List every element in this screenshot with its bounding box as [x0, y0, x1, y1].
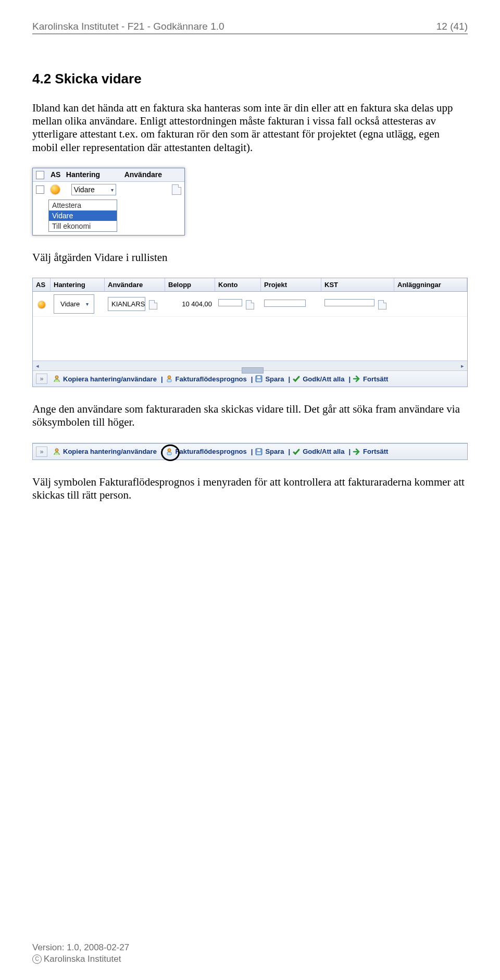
col-hantering: Hantering: [66, 170, 122, 179]
prognos-button[interactable]: Fakturaflödesprognos: [165, 375, 247, 383]
chevron-down-icon: ▾: [83, 299, 92, 309]
scroll-thumb[interactable]: [242, 367, 264, 374]
svg-rect-2: [167, 379, 171, 382]
col-anvandare: Användare: [124, 170, 177, 179]
select-all-checkbox[interactable]: [36, 171, 44, 179]
col-anvandare: Användare: [105, 278, 165, 291]
approve-all-icon: [292, 375, 301, 383]
expand-button[interactable]: »: [36, 446, 47, 457]
kopiera-button[interactable]: Kopiera hantering/användare: [53, 375, 157, 383]
action-widget: AS Hantering Användare Vidare ▾ Attester…: [32, 168, 185, 235]
page-header: Karolinska Institutet - F21 - Godkännare…: [32, 21, 468, 32]
kopiera-label: Kopiera hantering/användare: [63, 448, 157, 455]
scroll-right-icon[interactable]: ▸: [458, 363, 467, 369]
kopiera-label: Kopiera hantering/användare: [63, 375, 157, 383]
paragraph-1: Ibland kan det hända att en faktura ska …: [32, 102, 468, 154]
svg-rect-4: [257, 376, 260, 378]
godk-label: Godk/Att alla: [303, 375, 344, 383]
circle-annotation: [165, 448, 176, 456]
save-icon: [255, 375, 263, 383]
svg-rect-11: [257, 452, 261, 454]
row-hantering-select[interactable]: Vidare ▾: [54, 294, 94, 314]
document-icon[interactable]: [172, 184, 181, 195]
page-footer: Version: 1.0, 2008-02-27 C Karolinska In…: [32, 942, 129, 964]
paragraph-2: Välj åtgärden Vidare i rullisten: [32, 251, 468, 264]
option-vidare[interactable]: Vidare: [49, 210, 117, 221]
grid-body: Vidare ▾ KIANLARS 10 404,00: [33, 292, 467, 361]
grid-header: AS Hantering Användare Belopp Konto Proj…: [33, 278, 467, 292]
grid-scrollbar[interactable]: ◂ ▸: [33, 361, 467, 370]
flow-forecast-icon: [165, 448, 173, 456]
godk-label: Godk/Att alla: [303, 448, 344, 455]
prognos-button[interactable]: Fakturaflödesprognos: [165, 448, 247, 456]
header-rule: [32, 33, 468, 34]
svg-point-7: [168, 449, 171, 452]
scroll-left-icon[interactable]: ◂: [33, 363, 42, 369]
flow-forecast-icon: [165, 375, 173, 383]
spara-label: Spara: [265, 448, 284, 455]
row-belopp: 10 404,00: [165, 297, 215, 311]
section-heading: 4.2 Skicka vidare: [32, 71, 468, 87]
svg-rect-8: [167, 452, 171, 455]
col-as: AS: [33, 278, 51, 291]
row-konto-input[interactable]: [218, 299, 242, 306]
row-kst-input[interactable]: [324, 299, 374, 306]
col-konto: Konto: [215, 278, 261, 291]
status-orb-icon: [38, 301, 45, 308]
footer-version: Version: 1.0, 2008-02-27: [32, 942, 129, 953]
col-kst: KST: [321, 278, 394, 291]
header-right: 12 (41): [436, 21, 468, 32]
paragraph-3: Ange den användare som fakturaraden ska …: [32, 403, 468, 429]
row-checkbox[interactable]: [36, 185, 44, 194]
copyright-icon: C: [32, 954, 42, 964]
chevron-down-icon: ▾: [111, 187, 114, 193]
godk-button[interactable]: Godk/Att alla: [292, 375, 344, 383]
row-hantering-value: Vidare: [57, 297, 83, 311]
user-search-icon[interactable]: [149, 300, 157, 309]
hantering-dropdown: Attestera Vidare Till ekonomi: [48, 200, 117, 232]
col-belopp: Belopp: [165, 278, 215, 291]
svg-rect-5: [257, 379, 261, 381]
toolbar-annotated: » Kopiera hantering/användare | Fakturaf…: [32, 443, 468, 460]
kopiera-button[interactable]: Kopiera hantering/användare: [53, 448, 157, 456]
prognos-label: Fakturaflödesprognos: [176, 448, 247, 455]
row-projekt-input[interactable]: [264, 300, 306, 307]
table-row[interactable]: Vidare ▾ KIANLARS 10 404,00: [33, 292, 467, 317]
fortsatt-label: Fortsätt: [363, 375, 388, 383]
approve-all-icon: [292, 448, 301, 456]
col-projekt: Projekt: [261, 278, 321, 291]
continue-arrow-icon: [353, 375, 361, 383]
svg-rect-10: [257, 449, 260, 451]
copy-user-icon: [53, 375, 61, 383]
svg-point-1: [168, 376, 171, 379]
fortsatt-button[interactable]: Fortsätt: [353, 448, 388, 456]
option-till-ekonomi[interactable]: Till ekonomi: [49, 221, 117, 231]
prognos-label: Fakturaflödesprognos: [176, 375, 247, 383]
kst-search-icon[interactable]: [378, 300, 386, 309]
widget-header: AS Hantering Användare: [33, 168, 184, 182]
spara-button[interactable]: Spara: [255, 375, 284, 383]
save-icon: [255, 448, 263, 456]
spara-label: Spara: [265, 375, 284, 383]
svg-point-6: [55, 449, 58, 452]
widget-row: Vidare ▾: [33, 182, 184, 197]
svg-point-0: [55, 376, 58, 379]
copy-user-icon: [53, 448, 61, 456]
footer-org: Karolinska Institutet: [44, 954, 121, 964]
col-as: AS: [51, 170, 64, 179]
faktura-grid: AS Hantering Användare Belopp Konto Proj…: [32, 278, 468, 387]
spara-button[interactable]: Spara: [255, 448, 284, 456]
godk-button[interactable]: Godk/Att alla: [292, 448, 344, 456]
fortsatt-label: Fortsätt: [363, 448, 388, 455]
col-hantering: Hantering: [51, 278, 105, 291]
header-left: Karolinska Institutet - F21 - Godkännare…: [32, 21, 224, 32]
col-anlaggningar: Anläggningar: [394, 278, 467, 291]
hantering-select-value: Vidare: [74, 185, 95, 194]
option-attestera[interactable]: Attestera: [49, 200, 117, 210]
fortsatt-button[interactable]: Fortsätt: [353, 375, 388, 383]
konto-search-icon[interactable]: [246, 300, 254, 309]
hantering-select[interactable]: Vidare ▾: [71, 184, 116, 195]
expand-button[interactable]: »: [36, 374, 47, 384]
row-anvandare-input[interactable]: KIANLARS: [108, 297, 145, 311]
continue-arrow-icon: [353, 448, 361, 456]
